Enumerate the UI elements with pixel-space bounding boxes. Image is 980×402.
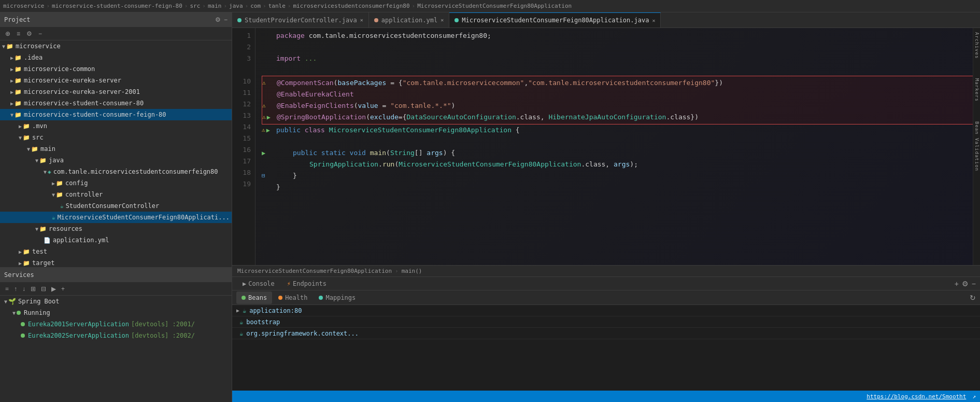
expand-arrow-icon: ▼ xyxy=(27,146,30,152)
gutter: ▶ xyxy=(262,147,276,159)
sidebar-tool-btn[interactable]: ⊕ xyxy=(3,29,12,38)
health-tab[interactable]: Health xyxy=(273,292,313,304)
service-item-eureka2002[interactable]: Eureka2002ServerApplication [devtools] :… xyxy=(0,330,232,341)
tree-item-resources[interactable]: ▼ 📁 resources xyxy=(0,223,232,234)
app-name: bootstrap xyxy=(246,318,280,326)
services-tb-btn[interactable]: ↓ xyxy=(20,284,27,294)
tree-item-controller[interactable]: ▼ 📁 controller xyxy=(0,189,232,200)
actuator-item-spring[interactable]: ☕ org.springframework.context... xyxy=(232,328,980,339)
running-label: Running xyxy=(24,309,50,316)
sidebar-tool-btn[interactable]: ≡ xyxy=(15,29,22,38)
tree-item-target[interactable]: ▶ 📁 target xyxy=(0,257,232,267)
endpoints-tab[interactable]: ⚡ Endpoints xyxy=(281,277,333,290)
services-tb-btn[interactable]: ▶ xyxy=(49,284,58,294)
running-indicator xyxy=(21,322,25,326)
run-arrow-icon: ▶ xyxy=(267,112,271,123)
breadcrumb-item[interactable]: main xyxy=(208,3,222,9)
actuator-item-bootstrap[interactable]: ☕ bootstrap xyxy=(232,316,980,328)
services-tb-btn[interactable]: + xyxy=(59,284,67,294)
tree-item-consumer-80[interactable]: ▶ 📁 microservice-student-consumer-80 xyxy=(0,98,232,109)
tree-item-eureka-server[interactable]: ▶ 📁 microservice-eureka-server xyxy=(0,75,232,86)
services-tb-btn[interactable]: ⊟ xyxy=(39,284,48,294)
breadcrumb-item[interactable]: microservicestudentconsumerfeign80 xyxy=(293,3,409,9)
warning-icon: ⚠ xyxy=(262,124,265,136)
collapse-button[interactable]: − xyxy=(972,280,976,288)
tree-item-common[interactable]: ▶ 📁 microservice-common xyxy=(0,63,232,75)
sidebar-settings-button[interactable]: ⚙ xyxy=(215,16,221,23)
tree-item-main[interactable]: ▼ 📁 main xyxy=(0,143,232,155)
code-line-15: ⚠ ▶ public class MicroserviceStudentCons… xyxy=(262,124,980,136)
folder-icon: 📁 xyxy=(23,260,30,267)
tree-item-application-yml[interactable]: 📄 application.yml xyxy=(0,234,232,246)
close-tab-button[interactable]: ✕ xyxy=(441,17,444,23)
code-line-1: package com.tanle.microservicestudentcon… xyxy=(262,30,980,41)
console-tab[interactable]: ▶ Console xyxy=(236,277,281,290)
tree-item-feign-80[interactable]: ▼ 📁 microservice-student-consumer-feign-… xyxy=(0,109,232,120)
tree-item-mvn[interactable]: ▶ 📁 .mvn xyxy=(0,120,232,132)
services-label: Services xyxy=(4,271,34,279)
folder-icon: 📁 xyxy=(15,54,22,61)
mappings-tab[interactable]: Mappings xyxy=(314,292,361,304)
tree-item-java[interactable]: ▼ 📁 java xyxy=(0,155,232,166)
tree-item-student-controller[interactable]: ☕ StudentConsumerController xyxy=(0,200,232,212)
breadcrumb-item[interactable]: tanle xyxy=(268,3,286,9)
services-spring-boot-group[interactable]: ▼ 🌱 Spring Boot xyxy=(0,296,232,307)
sidebar-tool-btn[interactable]: ⚙ xyxy=(24,29,34,38)
settings-button[interactable]: ⚙ xyxy=(962,280,969,288)
expand-arrow-icon: ▼ xyxy=(44,169,47,175)
gutter: ⚠ xyxy=(262,77,277,89)
tree-item-package[interactable]: ▼ ◈ com.tanle.microservicestudentconsume… xyxy=(0,166,232,177)
actuator-item-app80[interactable]: ▶ ☕ application:80 xyxy=(232,305,980,316)
tree-item-eureka-2001[interactable]: ▶ 📁 microservice-eureka-server-2001 xyxy=(0,86,232,98)
bottom-panel: ▶ Console ⚡ Endpoints + ⚙ − xyxy=(232,276,980,391)
breadcrumb-item[interactable]: microservice-student-consumer-feign-80 xyxy=(52,3,182,9)
tab-main-app[interactable]: MicroserviceStudentConsumerFeign80Applic… xyxy=(449,12,661,28)
services-toolbar: = ↑ ↓ ⊞ ⊟ ▶ + xyxy=(0,282,232,296)
line-numbers: 1 2 3 10 11 12 13 14 15 16 17 18 19 xyxy=(232,28,255,265)
actuator-tabs: Beans Health Mappings ↻ xyxy=(232,290,980,305)
services-running[interactable]: ▼ Running xyxy=(0,307,232,318)
services-tb-btn[interactable]: ⊞ xyxy=(29,284,38,294)
status-url[interactable]: https://blog.csdn.net/Smootht xyxy=(867,393,966,400)
services-tree: ▼ 🌱 Spring Boot ▼ Running Eureka2001Serv… xyxy=(0,296,232,402)
expand-arrow-icon: ▶ xyxy=(10,55,13,61)
file-tree: ▼ 📁 microservice ▶ 📁 .idea ▶ 📁 microserv… xyxy=(0,40,232,267)
expand-button[interactable]: + xyxy=(955,280,959,288)
running-indicator xyxy=(17,311,21,315)
services-panel: Services = ↑ ↓ ⊞ ⊟ ▶ + ▼ 🌱 Spring Boot xyxy=(0,267,232,402)
tree-item-microservice[interactable]: ▼ 📁 microservice xyxy=(0,40,232,52)
beans-tab[interactable]: Beans xyxy=(236,292,272,304)
service-item-eureka2001[interactable]: Eureka2001ServerApplication [devtools] :… xyxy=(0,318,232,330)
tab-student-controller[interactable]: StudentProviderController.java ✕ xyxy=(232,12,369,28)
breadcrumb-item[interactable]: com xyxy=(250,3,261,9)
breadcrumb-item[interactable]: MicroserviceStudentConsumerFeign80Applic… xyxy=(417,3,572,9)
tree-item-config[interactable]: ▶ 📁 config xyxy=(0,177,232,189)
services-tb-btn[interactable]: ↑ xyxy=(12,284,19,294)
service-name: Eureka2002ServerApplication xyxy=(28,332,129,339)
folder-icon: 📁 xyxy=(56,180,63,187)
beans-dot-icon xyxy=(242,296,246,300)
tree-item-main-app[interactable]: ☕ MicroserviceStudentConsumerFeign80Appl… xyxy=(0,212,232,223)
tree-item-idea[interactable]: ▶ 📁 .idea xyxy=(0,52,232,63)
breadcrumb-item[interactable]: microservice xyxy=(3,3,44,9)
gutter: ⚠ ▶ xyxy=(262,124,276,136)
expand-arrow-icon: ▼ xyxy=(52,192,55,198)
tab-application-yml[interactable]: application.yml ✕ xyxy=(369,12,449,28)
beans-label: Beans xyxy=(248,294,267,301)
close-tab-button[interactable]: ✕ xyxy=(652,18,655,23)
services-tb-btn[interactable]: = xyxy=(3,284,11,294)
breadcrumb-item[interactable]: src xyxy=(190,3,200,9)
app-name: org.springframework.context... xyxy=(246,330,359,337)
breadcrumb-item[interactable]: java xyxy=(229,3,243,9)
sidebar-tool-btn[interactable]: − xyxy=(36,29,44,38)
tree-item-test[interactable]: ▶ 📁 test xyxy=(0,246,232,257)
code-editor[interactable]: 1 2 3 10 11 12 13 14 15 16 17 18 19 xyxy=(232,28,980,265)
close-tab-button[interactable]: ✕ xyxy=(360,17,363,23)
refresh-button[interactable]: ↻ xyxy=(970,294,976,302)
sidebar-collapse-button[interactable]: − xyxy=(224,16,228,23)
code-line-16 xyxy=(262,136,980,147)
app-icon: ☕ xyxy=(239,330,243,337)
bottom-tabs: ▶ Console ⚡ Endpoints xyxy=(236,277,333,290)
console-label: Console xyxy=(248,280,275,287)
tree-item-src[interactable]: ▼ 📁 src xyxy=(0,132,232,143)
